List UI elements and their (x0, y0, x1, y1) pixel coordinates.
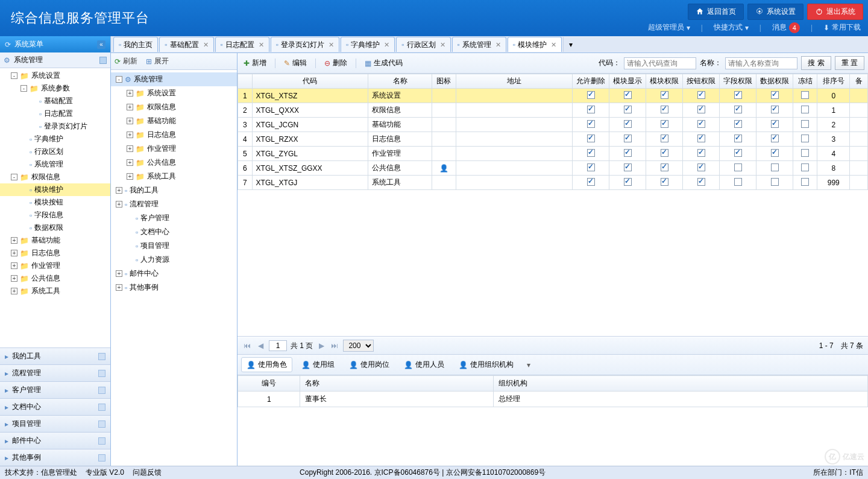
sidebar-tree-node[interactable]: +📁系统工具 (0, 285, 110, 297)
module-tree-node[interactable]: +📁公共信息 (111, 156, 237, 170)
search-button[interactable]: 搜 索 (801, 56, 831, 70)
cell-checkbox[interactable] (793, 103, 817, 118)
expand-icon[interactable]: + (127, 173, 133, 180)
cell-checkbox[interactable] (646, 118, 683, 132)
tab[interactable]: ▫基础配置✕ (159, 37, 213, 52)
expand-icon[interactable]: + (127, 90, 133, 97)
module-tree-node[interactable]: +▫其他事例 (111, 281, 237, 294)
cell-checkbox[interactable] (646, 147, 683, 161)
role-row[interactable]: 1董事长总经理 (238, 392, 868, 407)
sidebar-tree-node[interactable]: ▫日志配置 (0, 107, 110, 120)
sidebar-tree-node[interactable]: ▫数据权限 (0, 221, 110, 234)
sidebar-section-sysmgmt[interactable]: ⚙ 系统管理 (0, 52, 110, 68)
grid-row[interactable]: 4XTGL_RZXX日志信息3 (238, 132, 868, 147)
module-tree-node[interactable]: +▫我的工具 (111, 183, 237, 197)
cell-checkbox[interactable] (793, 89, 817, 103)
cell-checkbox[interactable] (646, 89, 683, 103)
module-tree-node[interactable]: +📁基础功能 (111, 114, 237, 128)
expand-icon[interactable]: + (11, 237, 17, 244)
grid-row[interactable]: 1XTGL_XTSZ系统设置0 (238, 89, 868, 103)
module-tree-node[interactable]: +📁作业管理 (111, 142, 237, 156)
reset-button[interactable]: 重 置 (835, 56, 864, 70)
expand-icon[interactable]: + (127, 159, 133, 166)
module-tree-node[interactable]: ▫文档中心 (111, 225, 237, 239)
module-tree-node[interactable]: +▫流程管理 (111, 197, 237, 211)
cell-checkbox[interactable] (683, 161, 720, 176)
collapse-sidebar-button[interactable]: « (97, 40, 105, 49)
cell-checkbox[interactable] (683, 103, 720, 118)
cell-checkbox[interactable] (609, 89, 646, 103)
cell-checkbox[interactable] (720, 147, 756, 161)
tab[interactable]: ▫我的主页 (113, 37, 158, 52)
next-page-button[interactable]: ▶ (316, 341, 326, 351)
page-input[interactable] (269, 340, 287, 351)
module-tree-node[interactable]: +▫邮件中心 (111, 267, 237, 281)
sidebar-bottom-item[interactable]: ▸邮件中心 (0, 432, 110, 449)
module-tree-node[interactable]: ▫项目管理 (111, 239, 237, 253)
close-tab-icon[interactable]: ✕ (551, 41, 556, 49)
tab-overflow-button[interactable]: ▾ (563, 37, 577, 52)
close-tab-icon[interactable]: ✕ (440, 41, 445, 49)
sidebar-bottom-item[interactable]: ▸项目管理 (0, 415, 110, 432)
sidebar-bottom-item[interactable]: ▸客户管理 (0, 381, 110, 398)
cell-checkbox[interactable] (683, 89, 720, 103)
sidebar-tree-node[interactable]: ▫基础配置 (0, 95, 110, 107)
module-tree-node[interactable]: +📁权限信息 (111, 100, 237, 114)
pagesize-select[interactable]: 200 (343, 340, 374, 352)
sidebar-bottom-item[interactable]: ▸流程管理 (0, 364, 110, 381)
cell-checkbox[interactable] (720, 161, 756, 176)
sub-tab[interactable]: 👤使用人员 (398, 357, 450, 372)
tab[interactable]: ▫行政区划✕ (396, 37, 450, 52)
expand-icon[interactable]: + (116, 201, 122, 208)
close-tab-icon[interactable]: ✕ (203, 41, 209, 49)
sidebar-bottom-item[interactable]: ▸我的工具 (0, 347, 110, 364)
name-input[interactable] (725, 57, 797, 69)
subtab-overflow[interactable]: ▾ (523, 361, 535, 369)
cell-checkbox[interactable] (646, 103, 683, 118)
delete-button[interactable]: ⊖删除 (322, 57, 350, 69)
close-tab-icon[interactable]: ✕ (495, 41, 501, 49)
cell-checkbox[interactable] (573, 161, 609, 176)
sub-tab[interactable]: 👤使用岗位 (344, 357, 395, 372)
column-header[interactable]: 备 (850, 74, 868, 89)
sidebar-tree-node[interactable]: ▫登录页幻灯片 (0, 120, 110, 133)
generate-code-button[interactable]: ▦生成代码 (362, 57, 405, 69)
expand-icon[interactable]: + (116, 187, 122, 194)
expand-icon[interactable]: + (127, 118, 133, 124)
sidebar-tree-node[interactable]: +📁日志信息 (0, 247, 110, 259)
column-header[interactable]: 名称 (368, 74, 432, 89)
close-tab-icon[interactable]: ✕ (329, 41, 334, 49)
cell-checkbox[interactable] (720, 89, 756, 103)
expand-icon[interactable]: - (11, 72, 17, 79)
first-page-button[interactable]: ⏮ (242, 341, 252, 351)
sidebar-tree-node[interactable]: +📁基础功能 (0, 234, 110, 247)
expand-icon[interactable]: + (127, 145, 133, 152)
cell-checkbox[interactable] (720, 176, 756, 190)
grid-row[interactable]: 7XTGL_XTGJ系统工具999 (238, 176, 868, 190)
module-tree-node[interactable]: +📁日志信息 (111, 128, 237, 142)
cell-checkbox[interactable] (793, 176, 817, 190)
expand-icon[interactable]: + (116, 270, 122, 277)
column-header[interactable]: 字段权限 (720, 74, 756, 89)
grid-row[interactable]: 5XTGL_ZYGL作业管理4 (238, 147, 868, 161)
cell-checkbox[interactable] (756, 147, 793, 161)
tab[interactable]: ▫模块维护✕ (508, 37, 562, 52)
cell-checkbox[interactable] (609, 161, 646, 176)
exit-button[interactable]: 退出系统 (807, 4, 863, 20)
column-header[interactable]: 名称 (300, 376, 494, 392)
sub-tab[interactable]: 👤使用组 (296, 357, 340, 372)
sidebar-tree-node[interactable]: ▫字典维护 (0, 133, 110, 145)
tab[interactable]: ▫字典维护✕ (341, 37, 395, 52)
column-header[interactable]: 代码 (252, 74, 368, 89)
cell-checkbox[interactable] (646, 176, 683, 190)
settings-button[interactable]: 系统设置 (747, 4, 804, 20)
cell-checkbox[interactable] (793, 147, 817, 161)
column-header[interactable]: 编号 (238, 376, 300, 392)
sidebar-tree-node[interactable]: +📁公共信息 (0, 272, 110, 285)
cell-checkbox[interactable] (573, 89, 609, 103)
cell-checkbox[interactable] (683, 118, 720, 132)
quick-dropdown[interactable]: 快捷方式 ▾ (714, 22, 749, 33)
cell-checkbox[interactable] (756, 118, 793, 132)
module-tree-node[interactable]: ▫客户管理 (111, 211, 237, 225)
column-header[interactable]: 数据权限 (756, 74, 793, 89)
